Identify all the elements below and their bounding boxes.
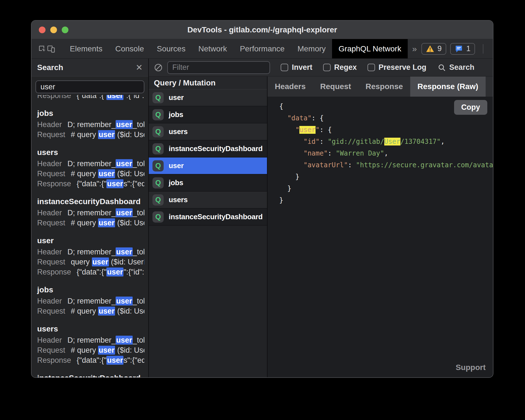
result-line[interactable]: HeaderD; remember_user_token=e [37,335,143,345]
result-line-value: D; remember_user_token=e [68,297,144,306]
result-line-value: {"data":{"user":{"id":"gid [77,95,144,100]
filter-input[interactable] [167,61,270,74]
query-row-users[interactable]: Qusers [149,192,267,209]
result-line[interactable]: HeaderD; remember_user_token=e [37,120,143,130]
result-line[interactable]: Request# query user ($id: UserI [37,218,143,228]
result-line[interactable]: Response{"data":{"user":{"id":"gid [37,267,143,277]
json-line: "id": "gid://gitlab/User/13704317", [279,136,493,147]
result-query-name: jobs [37,107,143,120]
search-toggle[interactable]: Search [438,63,474,72]
detail-close-icon[interactable]: ✕ [486,82,493,92]
query-row-label: instanceSecurityDashboard [169,144,262,153]
result-line[interactable]: Response{"data":{"user":{"id":"gid [37,95,143,101]
result-line[interactable]: Requestquery user ($id: UserI [37,257,143,267]
result-line-value: D; remember_user_token=e [68,208,144,217]
query-row-instancesecuritydashboard[interactable]: QinstanceSecurityDashboard [149,209,267,226]
query-row-instancesecuritydashboard[interactable]: QinstanceSecurityDashboard [149,140,267,157]
json-token: "data" [287,114,312,122]
tab-console[interactable]: Console [109,39,151,58]
chat-bubble-icon [455,45,463,53]
minimize-window-button[interactable] [50,27,57,33]
regex-checkbox-group[interactable]: Regex [323,63,357,72]
result-text: {"data":{" [77,356,107,364]
panels: Query / Mutation QuserQjobsQusersQinstan… [149,77,493,377]
json-line: } [279,194,493,206]
result-line[interactable]: HeaderD; remember_user_token=e [37,296,143,306]
result-line[interactable]: HeaderD; remember_user_token=e [37,208,143,218]
copy-button[interactable]: Copy [454,100,488,115]
result-text: ($id: UserI [109,258,144,266]
tab-elements[interactable]: Elements [63,39,109,58]
support-link[interactable]: Support [456,362,486,373]
inspect-element-icon[interactable] [38,39,47,58]
result-line-value: # query user ($id: UserI [71,307,144,316]
settings-gear-icon[interactable] [491,44,493,54]
tab-performance[interactable]: Performance [233,39,291,58]
device-toolbar-icon[interactable] [47,39,56,58]
query-type-badge: Q [152,92,164,103]
json-token: : [348,161,356,169]
detail-panel: HeadersRequestResponseResponse (Raw) ✕ C… [268,77,493,377]
zoom-window-button[interactable] [62,27,68,33]
result-line[interactable]: HeaderD; remember_user_token=e [37,247,143,257]
result-line-value: {"data":{"user":{"id":"gid [77,268,144,276]
result-line[interactable]: Request# query user ($id: UserI [37,169,143,179]
result-line[interactable]: Request# query user ($id: UserI [37,130,143,140]
regex-checkbox[interactable] [323,64,331,71]
result-text: _token=e [133,120,144,129]
invert-checkbox[interactable] [281,64,288,71]
result-text: D; remember_ [68,209,116,217]
result-line[interactable]: HeaderD; remember_user_token=e [37,159,143,169]
json-token: "gid://gitlab/ [328,138,384,145]
detail-tab-request[interactable]: Request [313,77,358,97]
result-text: _token=e [133,297,144,305]
detail-tab-headers[interactable]: Headers [268,77,313,97]
preserve-log-checkbox-group[interactable]: Preserve Log [367,63,426,72]
query-row-jobs[interactable]: Qjobs [149,106,267,123]
result-line-label: Request [37,258,65,266]
json-token: "name" [304,149,328,157]
result-line-value: {"data":{"users":{"edges [77,356,144,365]
preserve-log-checkbox[interactable] [367,64,375,71]
search-result-section: instanceSecurityDashboardHeaderD; rememb… [37,372,143,377]
json-line: "name": "Warren Day", [279,147,493,159]
result-line[interactable]: Request# query user ($id: UserI [37,306,143,316]
close-window-button[interactable] [39,27,46,33]
query-row-user[interactable]: Quser [149,89,267,106]
result-line-label: Response [37,268,71,276]
search-panel-close-icon[interactable]: ✕ [136,63,143,72]
result-query-name: users [37,146,143,159]
query-row-label: jobs [169,178,183,187]
result-text: _token=e [133,336,144,344]
result-line-value: D; remember_user_token=e [68,247,144,256]
warnings-badge[interactable]: 9 [421,43,446,55]
messages-badge[interactable]: 1 [450,43,475,55]
query-row-users[interactable]: Qusers [149,123,267,140]
tab-graphql-network[interactable]: GraphQL Network [332,39,408,58]
search-input[interactable] [35,80,144,93]
result-line-value: {"data":{"users":{"edges [77,179,144,188]
json-token: : [328,149,336,157]
json-token: : { [312,114,324,122]
query-row-jobs[interactable]: Qjobs [149,175,267,192]
match-highlight: user [98,307,115,316]
json-line: } [279,171,493,183]
invert-checkbox-group[interactable]: Invert [281,63,312,72]
detail-tab-response[interactable]: Response [358,77,410,97]
tab-network[interactable]: Network [192,39,233,58]
result-line[interactable]: Response{"data":{"users":{"edges [37,179,143,189]
query-list-panel: Query / Mutation QuserQjobsQusersQinstan… [149,77,268,377]
result-line[interactable]: Request# query user ($id: UserI [37,345,143,355]
more-tabs-chevron-icon[interactable]: » [408,44,421,54]
tab-sources[interactable]: Sources [150,39,192,58]
result-line[interactable]: Response{"data":{"users":{"edges [37,355,143,365]
result-line-value: query user ($id: UserI [71,257,144,266]
match-highlight: user [106,179,123,188]
query-row-user[interactable]: Quser [149,157,267,175]
clear-icon[interactable] [154,63,163,72]
detail-tabs: HeadersRequestResponseResponse (Raw) [268,77,486,97]
detail-tab-response-raw[interactable]: Response (Raw) [410,77,486,97]
tab-memory[interactable]: Memory [291,39,332,58]
main-content: Search ✕ Response{"data":{"user":{"id":"… [32,59,493,377]
search-toggle-label: Search [449,63,474,72]
